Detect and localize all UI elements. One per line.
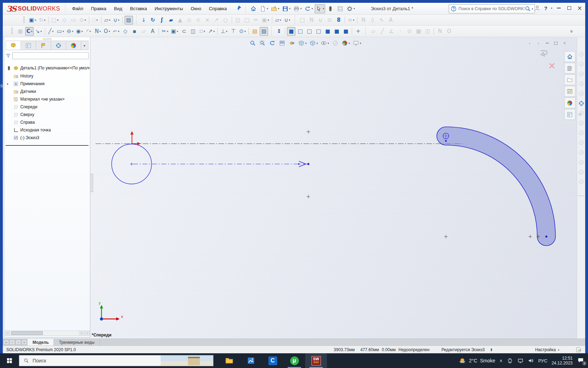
tree-item-part-root[interactable]: Деталь1 (По умолчанию<<По умолча: [4, 64, 90, 72]
dropdown-caret-icon[interactable]: ▾: [323, 7, 324, 10]
dropdown-caret-icon[interactable]: ▾: [108, 30, 110, 33]
network-icon[interactable]: [517, 357, 524, 364]
expand-toolbar-button[interactable]: »: [567, 27, 576, 36]
dropdown-caret-icon[interactable]: ▾: [328, 42, 329, 45]
sketch-grid-button[interactable]: ▦: [16, 27, 24, 36]
view-wireframe-button[interactable]: □: [314, 27, 323, 36]
scroll-right-button[interactable]: ›: [79, 331, 84, 335]
dropdown-caret-icon[interactable]: ▾: [360, 42, 361, 45]
notification-center-button[interactable]: 3: [577, 357, 585, 364]
hide-show-items-button[interactable]: ▾: [320, 39, 330, 48]
tree-item-front-plane[interactable]: Спереди: [4, 103, 90, 111]
viewport-minimize-button[interactable]: [544, 40, 550, 46]
tree-item-history[interactable]: History: [4, 72, 90, 80]
menu-window[interactable]: Окно: [187, 3, 205, 14]
corner-rectangle-button[interactable]: ▭▾: [56, 27, 65, 36]
start-button[interactable]: [0, 353, 19, 368]
dropdown-caret-icon[interactable]: ▾: [52, 30, 54, 33]
hide-planes-button[interactable]: ▱: [369, 27, 377, 36]
scrollbar-thumb[interactable]: [11, 331, 43, 335]
zoom-to-fit-button[interactable]: [248, 39, 257, 48]
untrim-surface-button[interactable]: ○: [222, 16, 230, 25]
zoom-to-area-button[interactable]: [258, 39, 267, 48]
dropdown-caret-icon[interactable]: ▾: [41, 30, 42, 33]
dropdown-caret-icon[interactable]: ▾: [244, 30, 246, 33]
line-format-button[interactable]: ≡▾: [347, 16, 356, 25]
view-hidden-lines-visible-button[interactable]: □: [305, 27, 314, 36]
dropdown-caret-icon[interactable]: ▾: [72, 30, 73, 33]
edit-appearance-button[interactable]: [578, 50, 585, 58]
linear-sketch-pattern-button[interactable]: ∷▾: [198, 27, 206, 36]
dropdown-caret-icon[interactable]: ▾: [96, 19, 98, 22]
sketch-button[interactable]: C▾: [25, 27, 34, 36]
dropdown-caret-icon[interactable]: ▾: [316, 42, 318, 45]
display-style-button[interactable]: ▾: [297, 39, 308, 48]
previous-window-button[interactable]: ‹: [527, 40, 532, 46]
taskbar-explorer-button[interactable]: [218, 353, 240, 368]
text-button[interactable]: A: [148, 27, 157, 36]
print-button[interactable]: ▾: [292, 4, 303, 13]
tab-feature-manager[interactable]: [6, 41, 21, 50]
tree-item-right-plane[interactable]: Справа: [4, 118, 90, 126]
apply-scene-button[interactable]: ▾: [352, 39, 362, 48]
face-curves-button[interactable]: ∪: [316, 16, 325, 25]
home-button[interactable]: [249, 4, 258, 13]
dropdown-caret-icon[interactable]: ▾: [267, 7, 268, 10]
minimize-button[interactable]: [554, 4, 563, 13]
sketch-ink-button[interactable]: N: [359, 16, 368, 25]
tree-filter-input[interactable]: [12, 52, 89, 59]
apply-target-button[interactable]: [578, 100, 585, 107]
auto-shape-button[interactable]: A: [386, 16, 395, 25]
edit-scene-button[interactable]: [578, 80, 585, 88]
menu-file[interactable]: Файл: [68, 3, 87, 14]
dropdown-caret-icon[interactable]: ▾: [99, 30, 101, 33]
revolved-boss-button[interactable]: ↻▾: [38, 16, 47, 25]
help-caret-icon[interactable]: ▾: [551, 7, 552, 10]
revolved-surface-button[interactable]: ↻: [149, 16, 157, 25]
arc-slot-endpoint[interactable]: [545, 236, 547, 238]
tab-dimxpert-manager[interactable]: [51, 41, 66, 50]
linear-pattern-button[interactable]: ∷▾: [91, 16, 99, 25]
clock-widget[interactable]: 12:51 24.12.2023: [552, 356, 573, 366]
menu-view[interactable]: Вид: [110, 3, 126, 14]
menu-edit[interactable]: Правка: [87, 3, 110, 14]
home-tab[interactable]: [564, 51, 575, 62]
taskbar-solidworks-button[interactable]: SW2020: [305, 353, 327, 368]
knit-surface-button[interactable]: 8: [335, 16, 343, 25]
panel-collapse-handle[interactable]: [43, 38, 52, 40]
mirror-surface-button[interactable]: ◫: [234, 16, 242, 25]
shadows-button[interactable]: [331, 39, 340, 48]
edit-sheet-icon[interactable]: [575, 347, 582, 353]
edit-appearance-button[interactable]: ▾: [341, 39, 351, 48]
tree-item-top-plane[interactable]: Сверху: [4, 111, 90, 118]
view-flashlight-button[interactable]: +: [354, 27, 362, 36]
custom-toolbar-toggle[interactable]: Настройка ▴: [535, 347, 559, 352]
ellipse-button[interactable]: O▾: [103, 27, 111, 36]
image-capture-button[interactable]: [578, 119, 585, 127]
expand-caret-icon[interactable]: ▸: [7, 82, 9, 86]
dropdown-caret-icon[interactable]: ▾: [167, 30, 168, 33]
view-perspective-button[interactable]: ■: [342, 27, 350, 36]
view-hidden-lines-removed-button[interactable]: □: [296, 27, 304, 36]
freeform-button[interactable]: N: [307, 16, 316, 25]
appearances-scenes-tab[interactable]: [564, 97, 575, 108]
tree-item-sketch3[interactable]: (-) Эскиз3: [4, 134, 90, 142]
tree-item-material[interactable]: Материал <не указан>: [4, 95, 90, 103]
dropdown-caret-icon[interactable]: ▾: [118, 30, 119, 33]
lofted-surface-button[interactable]: ▲: [176, 16, 184, 25]
trim-entities-button[interactable]: ✂▾: [161, 27, 169, 36]
instant3d-button[interactable]: ▨: [125, 16, 133, 25]
focus-assist-icon[interactable]: [507, 357, 513, 364]
view-shadows-button[interactable]: ■: [332, 27, 341, 36]
sketch-fillet-button[interactable]: ⌐▾: [112, 27, 121, 36]
extruded-boss-button[interactable]: ▣▾: [28, 16, 37, 25]
convert-entities-button[interactable]: ▣▾: [170, 27, 179, 36]
swept-surface-button[interactable]: ʃ: [158, 16, 166, 25]
dropdown-caret-icon[interactable]: ▾: [204, 30, 205, 33]
centerline-point[interactable]: [298, 163, 300, 165]
panel-splitter-handle[interactable]: [90, 174, 93, 192]
view-orientation-button[interactable]: ▾: [308, 39, 319, 48]
rapid-sketch-button[interactable]: ▨: [260, 27, 268, 36]
rollback-bar[interactable]: [6, 145, 89, 146]
extend-surface-button[interactable]: ↗: [212, 16, 221, 25]
